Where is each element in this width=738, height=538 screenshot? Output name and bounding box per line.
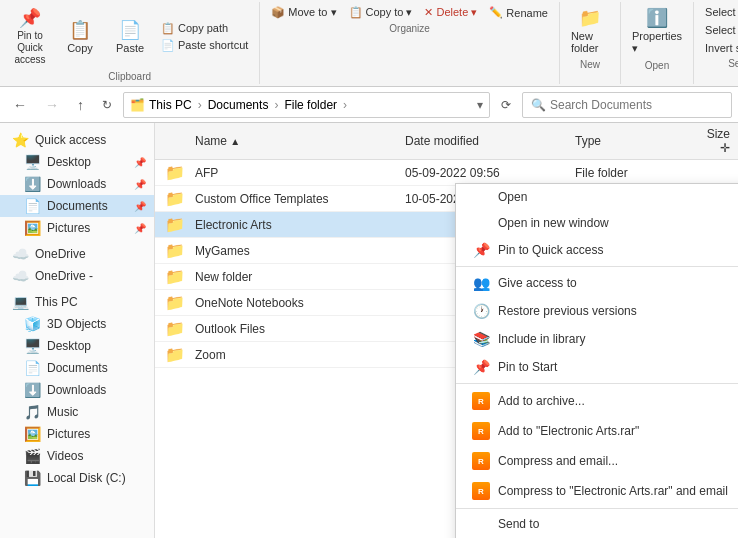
search-box[interactable]: 🔍 xyxy=(522,92,732,118)
paste-shortcut-icon: 📄 xyxy=(161,39,175,52)
address-path[interactable]: 🗂️ This PC › Documents › File folder › ▾ xyxy=(123,92,490,118)
up-button[interactable]: ↑ xyxy=(70,93,91,117)
ctx-item-open-new[interactable]: Open in new window xyxy=(456,210,738,236)
sidebar-item-onedrive2[interactable]: ☁️ OneDrive - xyxy=(0,265,154,287)
file-name-mygames: MyGames xyxy=(195,244,405,258)
file-name-newfolder: New folder xyxy=(195,270,405,284)
ctx-separator-1 xyxy=(456,266,738,267)
address-refresh-button[interactable]: ⟳ xyxy=(494,94,518,116)
col-header-size[interactable]: Size ✛ xyxy=(695,127,738,155)
ctx-item-restore-left: 🕐 Restore previous versions xyxy=(472,303,637,319)
sidebar-item-desktop[interactable]: 🖥️ Desktop 📌 xyxy=(0,151,154,173)
open-label: Open xyxy=(645,60,669,71)
file-icon-afp: 📁 xyxy=(155,163,195,182)
invert-selection-button[interactable]: Invert selection xyxy=(700,40,738,56)
main-area: ⭐ Quick access 🖥️ Desktop 📌 ⬇️ Downloads… xyxy=(0,123,738,538)
rename-label: Rename xyxy=(506,7,548,19)
path-sep-2: › xyxy=(274,98,278,112)
refresh-button[interactable]: ↻ xyxy=(95,94,119,116)
ctx-give-access-icon: 👥 xyxy=(472,275,490,291)
ctx-item-send-to[interactable]: Send to › xyxy=(456,511,738,537)
rename-button[interactable]: ✏️ Rename xyxy=(484,4,553,21)
ctx-rar-icon-3: R xyxy=(472,452,490,470)
move-to-label: Move to ▾ xyxy=(288,6,336,19)
ctx-item-pin-start[interactable]: 📌 Pin to Start xyxy=(456,353,738,381)
sidebar-item-desktop2[interactable]: 🖥️ Desktop xyxy=(0,335,154,357)
select-none-button[interactable]: Select none xyxy=(700,22,738,38)
ctx-item-give-access[interactable]: 👥 Give access to › xyxy=(456,269,738,297)
sidebar-item-music[interactable]: 🎵 Music xyxy=(0,401,154,423)
sidebar-item-pictures2[interactable]: 🖼️ Pictures xyxy=(0,423,154,445)
col-header-date[interactable]: Date modified xyxy=(405,134,575,148)
sidebar-label-documents: Documents xyxy=(47,199,108,213)
ctx-pin-label: Pin to Quick access xyxy=(498,243,603,257)
pin-indicator: 📌 xyxy=(134,157,146,168)
search-input[interactable] xyxy=(550,98,723,112)
sidebar-item-3d-objects[interactable]: 🧊 3D Objects xyxy=(0,313,154,335)
sidebar-item-downloads2[interactable]: ⬇️ Downloads xyxy=(0,379,154,401)
sidebar-label-desktop2: Desktop xyxy=(47,339,91,353)
rename-icon: ✏️ xyxy=(489,6,503,19)
back-button[interactable]: ← xyxy=(6,93,34,117)
ctx-item-compress-email-left: R Compress and email... xyxy=(472,452,618,470)
pin-indicator-doc: 📌 xyxy=(134,201,146,212)
new-folder-icon: 📁 xyxy=(579,7,601,29)
ctx-library-label: Include in library xyxy=(498,332,585,346)
ctx-item-compress-ea-rar[interactable]: R Compress to "Electronic Arts.rar" and … xyxy=(456,476,738,506)
organize-label: Organize xyxy=(389,23,430,34)
ctx-item-compress-email[interactable]: R Compress and email... xyxy=(456,446,738,476)
col-header-type[interactable]: Type xyxy=(575,134,695,148)
sidebar-item-videos[interactable]: 🎬 Videos xyxy=(0,445,154,467)
path-part-3: File folder xyxy=(284,98,337,112)
sidebar-item-this-pc[interactable]: 💻 This PC xyxy=(0,291,154,313)
file-list-header: Name ▲ Date modified Type Size ✛ xyxy=(155,123,738,160)
file-icon-ea: 📁 xyxy=(155,215,195,234)
sidebar-item-documents2[interactable]: 📄 Documents xyxy=(0,357,154,379)
ctx-item-add-ea-rar[interactable]: R Add to "Electronic Arts.rar" xyxy=(456,416,738,446)
pictures2-icon: 🖼️ xyxy=(24,426,41,442)
paste-button[interactable]: 📄 Paste xyxy=(106,16,154,57)
ctx-item-open[interactable]: Open xyxy=(456,184,738,210)
select-items: Select all Select none Invert selection xyxy=(700,4,738,56)
sidebar-label-videos: Videos xyxy=(47,449,83,463)
ctx-open-new-label: Open in new window xyxy=(498,216,609,230)
pin-label: Pin to Quick access xyxy=(11,30,49,66)
copy-path-button[interactable]: 📋 Copy path xyxy=(156,20,253,37)
ctx-item-include-library[interactable]: 📚 Include in library › xyxy=(456,325,738,353)
move-to-button[interactable]: 📦 Move to ▾ xyxy=(266,4,341,21)
sidebar-item-onedrive1[interactable]: ☁️ OneDrive xyxy=(0,243,154,265)
delete-button[interactable]: ✕ Delete ▾ xyxy=(419,4,482,21)
sidebar-item-pictures[interactable]: 🖼️ Pictures 📌 xyxy=(0,217,154,239)
ctx-item-restore[interactable]: 🕐 Restore previous versions xyxy=(456,297,738,325)
new-folder-button[interactable]: 📁 New folder xyxy=(566,4,614,57)
col-header-name[interactable]: Name ▲ xyxy=(155,134,405,148)
forward-button[interactable]: → xyxy=(38,93,66,117)
copy-path-label: Copy path xyxy=(178,22,228,34)
ctx-item-send-to-left: Send to xyxy=(472,517,539,531)
copy-to-button[interactable]: 📋 Copy to ▾ xyxy=(344,4,418,21)
sidebar-item-quick-access[interactable]: ⭐ Quick access xyxy=(0,129,154,151)
onedrive2-icon: ☁️ xyxy=(12,268,29,284)
properties-button[interactable]: ℹ️ Properties ▾ xyxy=(627,4,687,58)
ctx-item-add-archive[interactable]: R Add to archive... xyxy=(456,386,738,416)
sidebar-item-downloads[interactable]: ⬇️ Downloads 📌 xyxy=(0,173,154,195)
local-disk-icon: 💾 xyxy=(24,470,41,486)
sidebar-label-pictures: Pictures xyxy=(47,221,90,235)
ctx-pin-start-label: Pin to Start xyxy=(498,360,557,374)
clipboard-label: Clipboard xyxy=(108,71,151,82)
file-icon-mygames: 📁 xyxy=(155,241,195,260)
sidebar-item-documents[interactable]: 📄 Documents 📌 xyxy=(0,195,154,217)
paste-shortcut-button[interactable]: 📄 Paste shortcut xyxy=(156,37,253,54)
copy-button[interactable]: 📋 Copy xyxy=(56,16,104,57)
ctx-item-pin-quick[interactable]: 📌 Pin to Quick access xyxy=(456,236,738,264)
sidebar-item-local-disk[interactable]: 💾 Local Disk (C:) xyxy=(0,467,154,489)
ctx-give-access-label: Give access to xyxy=(498,276,577,290)
pin-button[interactable]: 📌 Pin to Quick access xyxy=(6,4,54,69)
select-all-button[interactable]: Select all xyxy=(700,4,738,20)
new-items: 📁 New folder xyxy=(566,4,614,57)
invert-selection-label: Invert selection xyxy=(705,42,738,54)
onedrive1-icon: ☁️ xyxy=(12,246,29,262)
ctx-item-open-new-left: Open in new window xyxy=(472,216,609,230)
select-label: Select xyxy=(728,58,738,69)
paste-icon: 📄 xyxy=(119,19,141,41)
